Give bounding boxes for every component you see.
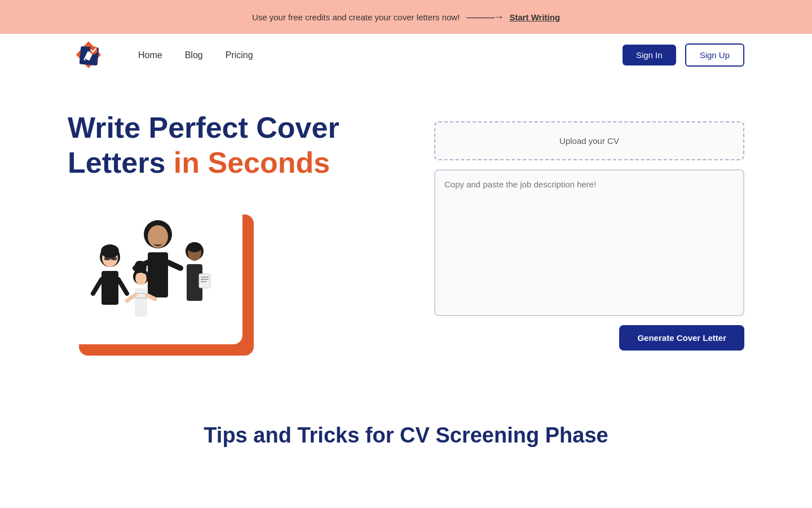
top-banner: Use your free credits and create your co… (0, 0, 812, 34)
generate-cover-letter-button[interactable]: Generate Cover Letter (619, 325, 744, 351)
svg-rect-14 (148, 252, 168, 297)
people-svg (76, 212, 234, 336)
banner-text: Use your free credits and create your co… (252, 12, 460, 22)
sign-up-button[interactable]: Sign Up (685, 43, 744, 67)
svg-rect-9 (102, 271, 118, 305)
svg-line-16 (168, 262, 180, 268)
nav-links: Home Blog Pricing (138, 50, 600, 60)
svg-rect-6 (104, 257, 110, 260)
illustration-card (68, 203, 242, 344)
svg-point-19 (187, 242, 202, 252)
hero-title-letters: Letters (68, 146, 174, 179)
tips-section: Tips and Tricks for CV Screening Phase (0, 401, 812, 470)
tips-title-text: Tips and Tricks for CV Screening Phase (204, 423, 608, 447)
svg-line-30 (127, 295, 135, 301)
hero-illustration (68, 203, 248, 356)
hero-title: Write Perfect Cover Letters in Seconds (68, 110, 400, 181)
upload-cv-label: Upload your CV (559, 136, 619, 146)
banner-start-writing-link[interactable]: Start Writing (509, 12, 560, 22)
svg-line-11 (118, 279, 127, 294)
banner-arrow-icon: ———→ (466, 11, 502, 23)
logo[interactable] (68, 37, 110, 73)
job-description-input[interactable] (434, 169, 744, 316)
hero-right: Upload your CV Generate Cover Letter (434, 110, 744, 351)
nav-blog[interactable]: Blog (185, 50, 203, 60)
svg-rect-7 (111, 257, 117, 260)
svg-line-10 (93, 279, 102, 294)
hero-title-inseconds: in Seconds (174, 146, 330, 179)
svg-rect-27 (135, 288, 147, 317)
upload-cv-box[interactable]: Upload your CV (434, 121, 744, 160)
svg-rect-21 (199, 274, 210, 288)
hero-section: Write Perfect Cover Letters in Seconds (0, 76, 812, 401)
tips-title: Tips and Tricks for CV Screening Phase (68, 423, 744, 448)
nav-home[interactable]: Home (138, 50, 162, 60)
hero-left: Write Perfect Cover Letters in Seconds (68, 110, 400, 356)
svg-point-5 (101, 244, 119, 258)
nav-actions: Sign In Sign Up (623, 43, 744, 67)
nav-pricing[interactable]: Pricing (226, 50, 253, 60)
hero-title-line1: Write Perfect Cover (68, 111, 339, 144)
sign-in-button[interactable]: Sign In (623, 45, 676, 65)
navbar: Home Blog Pricing Sign In Sign Up (0, 34, 812, 76)
